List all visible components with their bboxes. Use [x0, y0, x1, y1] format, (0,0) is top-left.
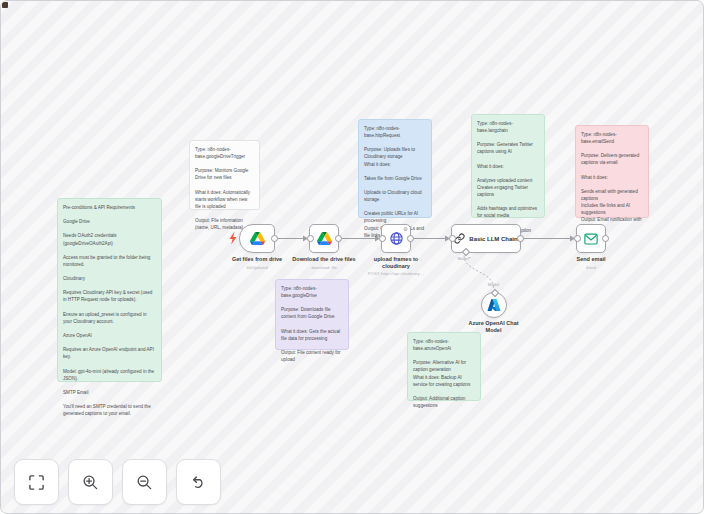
input-port[interactable] [449, 235, 456, 242]
output-port[interactable] [602, 235, 609, 242]
zoom-in-icon [82, 474, 99, 491]
sticky-note-drive-trigger[interactable]: Type: n8n-nodes-base.googleDriveTrigger … [189, 140, 260, 210]
node-send-email[interactable] [576, 224, 606, 253]
sticky-note-azure-openai[interactable]: Type: n8n-nodes-base.azureOpenAi Purpose… [407, 332, 481, 401]
chain-link-icon [454, 233, 465, 244]
node-upload-frames-cloudinary[interactable]: ⚙ [381, 224, 411, 253]
node-download-drive-files[interactable] [309, 224, 339, 253]
output-port[interactable] [335, 235, 342, 242]
trigger-bolt-icon [227, 230, 239, 246]
sticky-note-text: Type: n8n-nodes-base.azureOpenAi Purpose… [413, 338, 475, 409]
node-badge-icon: ⚙ [403, 227, 408, 233]
corner-glyph [2, 2, 8, 8]
sticky-note-text: Type: n8n-nodes-base.httpRequest Purpose… [364, 125, 426, 239]
node-label: upload frames to cloudinary [351, 256, 441, 270]
model-connector-label: Model [474, 282, 514, 287]
node-basic-llm-chain[interactable]: Basic LLM Chain [451, 224, 521, 253]
sticky-note-preconditions[interactable]: Pre-conditions & API Requirements Google… [57, 198, 162, 382]
zoom-out-button[interactable] [122, 459, 167, 505]
output-port[interactable] [407, 235, 414, 242]
node-label: Azure OpenAI Chat Model [449, 320, 539, 334]
sticky-note-text: Type: n8n-nodes-base.googleDrive Purpose… [281, 285, 343, 363]
sticky-note-text: Type: n8n-nodes-base.langchain Purpose: … [477, 120, 539, 241]
sticky-note-langchain[interactable]: Type: n8n-nodes-base.langchain Purpose: … [471, 114, 545, 218]
input-port[interactable] [307, 235, 314, 242]
output-port[interactable] [271, 235, 278, 242]
input-port[interactable] [379, 235, 386, 242]
envelope-icon [584, 233, 598, 245]
globe-icon [389, 231, 404, 246]
sticky-note-http-request[interactable]: Type: n8n-nodes-base.httpRequest Purpose… [358, 119, 432, 218]
node-subtitle: POST: https://api.cloudinary ... [351, 271, 441, 276]
node-label: Send email [546, 256, 636, 263]
undo-icon [190, 474, 207, 491]
node-get-files-from-drive[interactable] [239, 224, 275, 253]
model-port-diamond[interactable] [462, 248, 470, 256]
node-subtitle: Send [546, 265, 636, 270]
sticky-note-drive-download[interactable]: Type: n8n-nodes-base.googleDrive Purpose… [275, 279, 349, 350]
node-inline-label: Basic LLM Chain [469, 236, 517, 242]
sticky-note-text: Pre-conditions & API Requirements Google… [63, 204, 156, 417]
google-drive-icon [317, 232, 332, 246]
sticky-note-text: Type: n8n-nodes-base.googleDriveTrigger … [195, 146, 254, 231]
zoom-out-icon [136, 474, 153, 491]
fit-view-icon [28, 474, 45, 491]
fit-view-button[interactable] [14, 459, 59, 505]
sticky-note-text: Type: n8n-nodes-base.emailSend Purpose: … [581, 131, 643, 231]
azure-a-icon [487, 298, 501, 312]
input-port[interactable] [574, 235, 581, 242]
google-drive-icon [250, 232, 265, 246]
undo-button[interactable] [176, 459, 221, 505]
model-connector-diamond[interactable] [490, 288, 498, 296]
node-azure-openai-chat-model[interactable] [481, 292, 507, 318]
output-port[interactable] [517, 235, 524, 242]
required-marker: * [469, 256, 471, 261]
model-port-label: Model* [444, 256, 484, 261]
zoom-in-button[interactable] [68, 459, 113, 505]
sticky-note-email-send[interactable]: Type: n8n-nodes-base.emailSend Purpose: … [575, 125, 649, 218]
workflow-canvas[interactable]: Pre-conditions & API Requirements Google… [0, 0, 704, 514]
